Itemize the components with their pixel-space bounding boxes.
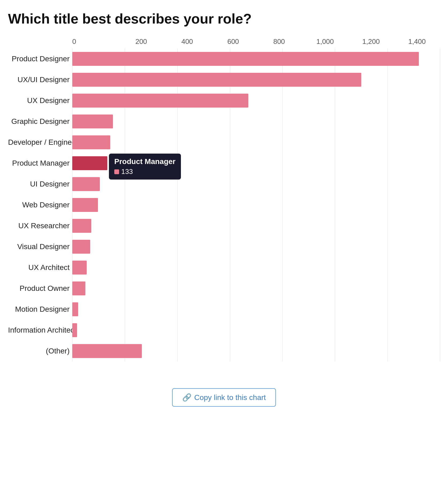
bar-row: Web Designer: [72, 195, 440, 215]
bar-row: Motion Designer: [72, 299, 440, 320]
bar[interactable]: [72, 177, 100, 191]
bar-row: Information Architect: [72, 320, 440, 341]
x-axis-label: 1,000: [302, 37, 348, 46]
bar[interactable]: [72, 219, 91, 233]
x-axis-label: 800: [256, 37, 302, 46]
link-icon: 🔗: [182, 393, 192, 402]
bars-wrapper: Product DesignerUX/UI DesignerUX Designe…: [72, 48, 440, 361]
bar-row: Product Owner: [72, 278, 440, 299]
bar[interactable]: [72, 302, 78, 316]
bar-row: UX/UI Designer: [72, 69, 440, 90]
tooltip-title: Product Manager: [114, 157, 176, 166]
bar-label: Web Designer: [8, 201, 70, 209]
grid-line: [440, 48, 440, 361]
bar-label: Developer / Engineer: [8, 138, 70, 147]
bar[interactable]: [72, 94, 248, 108]
bar-row: (Other): [72, 341, 440, 361]
chart-area: Product DesignerUX/UI DesignerUX Designe…: [72, 48, 440, 361]
bar-row: Graphic Designer: [72, 111, 440, 132]
x-axis-label: 600: [210, 37, 256, 46]
x-axis-label: 200: [118, 37, 164, 46]
bar[interactable]: [72, 281, 85, 295]
bar[interactable]: [72, 115, 113, 128]
bar-row: Product Designer: [72, 48, 440, 69]
bar-row: Visual Designer: [72, 236, 440, 257]
bar-row: UX Architect: [72, 257, 440, 278]
bar[interactable]: [72, 73, 361, 87]
x-axis-label: 1,200: [348, 37, 394, 46]
x-axis-label: 1,400: [394, 37, 440, 46]
bar-label: UX Designer: [8, 96, 70, 105]
copy-link-button[interactable]: 🔗 Copy link to this chart: [172, 388, 276, 407]
bar[interactable]: [72, 261, 87, 275]
bar-label: UX Researcher: [8, 222, 70, 230]
chart-title: Which title best describes your role?: [8, 11, 440, 27]
bar-label: Product Designer: [8, 55, 70, 63]
bar-row: UX Researcher: [72, 215, 440, 236]
bar[interactable]: Product Manager133: [72, 156, 107, 170]
bar-label: UI Designer: [8, 180, 70, 188]
x-axis-label: 0: [72, 37, 118, 46]
bar[interactable]: [72, 198, 98, 212]
x-axis: 02004006008001,0001,2001,400: [72, 37, 440, 46]
bar-row: Product ManagerProduct Manager133: [72, 153, 440, 174]
bar-label: Product Manager: [8, 159, 70, 167]
bar-row: Developer / Engineer: [72, 132, 440, 153]
tooltip-swatch: [114, 169, 119, 174]
bar[interactable]: [72, 52, 419, 66]
bar[interactable]: [72, 135, 110, 149]
bar-label: Graphic Designer: [8, 117, 70, 126]
chart-container: 02004006008001,0001,2001,400 Product Des…: [8, 37, 440, 361]
bar[interactable]: [72, 344, 142, 358]
bar-label: Information Architect: [8, 326, 70, 334]
x-axis-label: 400: [164, 37, 210, 46]
bar-label: Motion Designer: [8, 305, 70, 314]
bar-row: UI Designer: [72, 174, 440, 195]
copy-link-label: Copy link to this chart: [194, 393, 266, 402]
bar-label: Visual Designer: [8, 242, 70, 251]
bar-label: Product Owner: [8, 284, 70, 293]
bar-label: (Other): [8, 347, 70, 355]
bar[interactable]: [72, 240, 90, 254]
bar-label: UX Architect: [8, 263, 70, 272]
bar[interactable]: [72, 323, 77, 337]
bar-row: UX Designer: [72, 90, 440, 111]
bar-label: UX/UI Designer: [8, 75, 70, 84]
